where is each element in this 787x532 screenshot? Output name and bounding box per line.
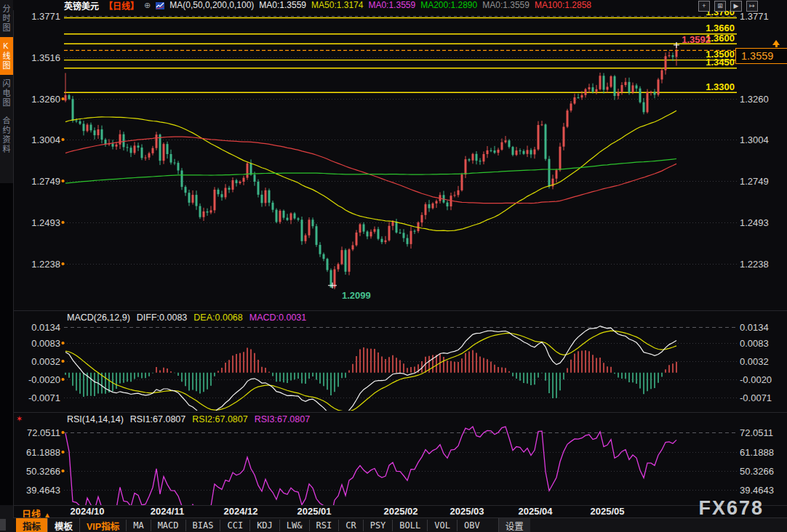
rsi-panel-header: RSI(14,14,14) RSI1:67.0807 RSI2:67.0807 … [67,414,316,424]
period-tag[interactable]: 【日线】 [104,0,139,12]
toolbar-item-boll[interactable]: BOLL [392,520,427,531]
svg-text:1.3516: 1.3516 [31,52,60,63]
fx678-watermark: FX678 [698,497,764,520]
rsi-params: RSI(14,14,14) [67,414,124,424]
svg-text:1.3004: 1.3004 [31,134,60,145]
sidebar-tab-lightning[interactable]: 闪电图 [0,75,13,112]
chart-type-sidebar: 分时图 K线图 闪电图 合约资料 [0,0,14,532]
toolbar-item-cci[interactable]: CCI [220,520,249,531]
shift-right-icon[interactable]: ↦ [746,1,758,12]
current-price-badge: 1.3559 [735,48,787,64]
candlestick-chart-canvas[interactable]: 1.37601.36601.36001.35001.34501.33001.35… [0,0,787,532]
macd-macd-value: MACD:0.0031 [249,313,307,323]
svg-text:39.4643: 39.4643 [740,485,774,496]
axis-labels: 1.37711.35161.32601.30041.27491.24931.22… [26,11,774,517]
svg-text:1.3771: 1.3771 [740,11,769,22]
toolbar-item-cr[interactable]: CR [338,520,362,531]
ma-values: MA0:1.3559MA50:1.3174MA0:1.3559MA200:1.2… [259,0,596,10]
toolbar-item-ma[interactable]: MA [126,520,150,531]
svg-text:1.3771: 1.3771 [31,11,60,22]
svg-text:2025/01: 2025/01 [297,506,332,517]
chart-tool-icons: +⊞▶↦ [698,1,758,12]
svg-text:0.0134: 0.0134 [740,322,769,333]
svg-text:2025/04: 2025/04 [519,506,554,517]
svg-text:39.4643: 39.4643 [26,485,60,496]
svg-text:0.0032: 0.0032 [31,356,60,367]
ma-settings-label: MA(0,50,0,200,0,100) [169,0,254,10]
sidebar-tab-candlestick[interactable]: K线图 [0,37,13,75]
macd-diff-value: DIFF:0.0083 [137,313,187,323]
svg-text:50.3266: 50.3266 [740,466,774,477]
toolbar-item-rsi[interactable]: RSI [309,520,339,531]
svg-text:1.2099: 1.2099 [342,290,371,301]
ma-value-3: MA200:1.2890 [420,0,477,10]
toolbar-item-vol[interactable]: VOL [427,520,457,531]
level-lines: 1.37601.36601.36001.35001.34501.3300 [64,7,737,92]
sidebar-tab-contract-info[interactable]: 合约资料 [0,112,13,158]
svg-text:61.1888: 61.1888 [26,447,60,458]
chart-header: 英镑美元 【日线】 ⊕ MA(0,50,0,200,0,100) MA0:1.3… [13,0,787,10]
rsi1-value: RSI1:67.0807 [130,414,185,424]
svg-text:-0.0071: -0.0071 [740,392,772,403]
ma-value-2: MA0:1.3559 [368,0,415,10]
svg-text:72.0511: 72.0511 [740,427,773,438]
toolbar-item-kdj[interactable]: KDJ [249,520,279,531]
toolbar-item-obv[interactable]: OBV [457,520,487,531]
toolbar-item-bias[interactable]: BIAS [185,520,220,531]
alert-burst-icon[interactable]: ✶ [16,414,23,424]
svg-text:-0.0020: -0.0020 [28,374,60,385]
svg-text:1.3300: 1.3300 [706,81,735,92]
svg-text:1.2749: 1.2749 [31,176,60,187]
fit-x-axis-icon[interactable]: ⊞ [714,1,726,12]
svg-text:2025/02: 2025/02 [384,506,418,517]
svg-text:1.2749: 1.2749 [740,176,769,187]
corner-handle [0,519,6,531]
macd-dea-value: DEA:0.0068 [193,313,242,323]
svg-text:1.2238: 1.2238 [31,259,60,270]
svg-text:2024/11: 2024/11 [151,506,184,517]
symbol-name: 英镑美元 [64,0,99,12]
annotations: 1.35921.2099 [61,34,711,472]
price-up-arrow-icon [772,40,780,45]
rsi3-value: RSI3:67.0807 [255,414,310,424]
svg-text:0.0083: 0.0083 [31,338,60,349]
sidebar-spacer [0,183,13,505]
svg-text:1.3004: 1.3004 [740,134,769,145]
fit-y-axis-icon[interactable]: ▶ [730,1,742,12]
svg-text:-0.0020: -0.0020 [740,374,772,385]
svg-text:1.3450: 1.3450 [706,57,735,68]
rsi-line [65,427,676,517]
svg-text:1.3592: 1.3592 [682,34,711,45]
macd-params: MACD(26,12,9) [67,313,130,323]
toolbar-item-[interactable]: 设置 [498,518,530,532]
svg-text:1.3260: 1.3260 [740,94,769,105]
svg-text:1.2493: 1.2493 [740,217,769,228]
indicator-toolbar: 指标模板VIP指标MAMACDBIASCCIKDJLW&RSICRPSYBOLL… [13,517,787,532]
svg-text:-0.0071: -0.0071 [28,392,60,403]
svg-text:1.2493: 1.2493 [31,217,60,228]
svg-text:0.0134: 0.0134 [31,322,60,333]
rsi2-value: RSI2:67.0807 [192,414,247,424]
svg-text:2025/05: 2025/05 [591,506,625,517]
svg-text:1.2238: 1.2238 [740,259,769,270]
toolbar-item-psy[interactable]: PSY [363,520,393,531]
ma-value-5: MA100:1.2858 [535,0,591,10]
ma50-line [65,110,676,230]
macd-histogram [65,347,676,398]
circle-plus-icon[interactable]: ⊕ [144,1,151,10]
toolbar-item-lw[interactable]: LW& [279,520,309,531]
crosshair-icon[interactable]: + [698,1,710,12]
svg-text:2025/03: 2025/03 [450,506,484,517]
toolbar-item-[interactable]: 指标 [16,518,47,532]
ma-value-0: MA0:1.3559 [259,0,306,10]
ma-value-1: MA50:1.3174 [311,0,363,10]
toolbar-item-vip[interactable]: VIP指标 [79,518,126,532]
toolbar-item-macd[interactable]: MACD [151,520,185,531]
ma-value-4: MA0:1.3559 [482,0,530,10]
toolbar-item-[interactable]: 模板 [47,518,79,532]
sidebar-tab-timeshare[interactable]: 分时图 [0,0,13,37]
svg-text:0.0083: 0.0083 [740,338,769,349]
svg-text:50.3266: 50.3266 [26,466,60,477]
indicator-chart-icon[interactable] [156,1,164,9]
svg-text:2024/12: 2024/12 [224,506,258,517]
